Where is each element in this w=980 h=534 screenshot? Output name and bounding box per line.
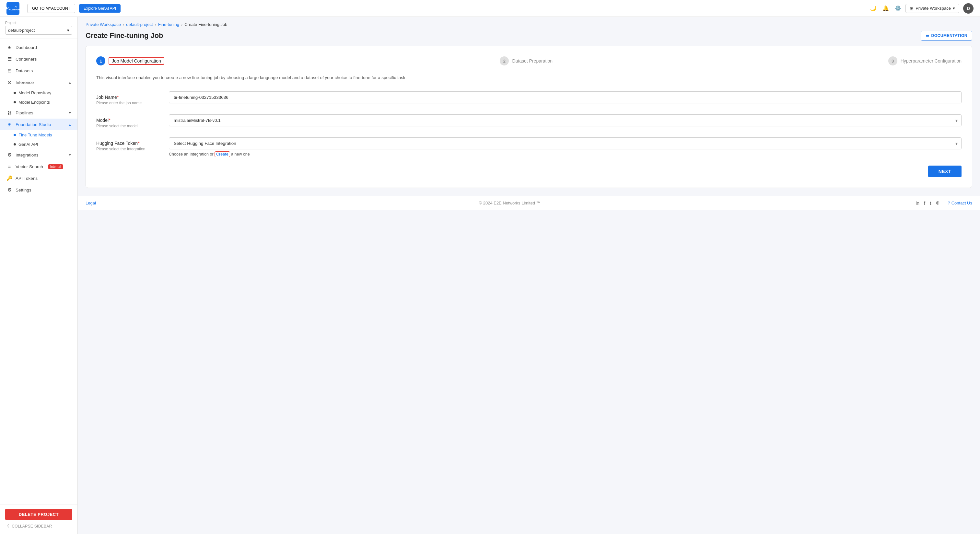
job-name-hint: Please enter the job name — [96, 101, 161, 105]
hf-token-select[interactable]: Select Hugging Face Integration — [169, 137, 961, 149]
next-button[interactable]: NEXT — [928, 165, 961, 177]
sidebar-item-containers[interactable]: ☰ Containers — [0, 53, 78, 65]
linkedin-icon[interactable]: in — [915, 200, 920, 206]
create-integration-link[interactable]: Create — [215, 151, 230, 157]
moon-icon[interactable]: 🌙 — [870, 5, 877, 12]
sidebar-item-vector-search[interactable]: ≡ Vector Search Internal — [0, 161, 78, 172]
dot-icon — [14, 92, 16, 94]
sidebar-item-model-repository[interactable]: Model Repository — [0, 88, 78, 97]
sidebar-item-inference[interactable]: ⊙ Inference ▴ — [0, 76, 78, 88]
header-icons: 🌙 🔔 ⚙️ — [870, 5, 902, 12]
step-line-2 — [558, 61, 883, 61]
go-to-myaccount-button[interactable]: GO TO MYACCOUNT — [27, 4, 75, 13]
api-tokens-icon: 🔑 — [6, 175, 12, 181]
model-select[interactable]: mistralai/Mistral-7B-v0.1 meta-llama/Lla… — [169, 114, 961, 126]
sidebar-item-label: Settings — [16, 188, 32, 192]
logo-icon: TIRAI PLATFORM — [6, 2, 19, 15]
sidebar-item-settings[interactable]: ⚙ Settings — [0, 184, 78, 196]
dot-icon — [14, 101, 16, 103]
project-name: default-project — [8, 28, 35, 33]
bell-icon[interactable]: 🔔 — [882, 5, 889, 12]
footer-contact-link[interactable]: ? Contact Us — [948, 200, 972, 205]
hf-token-row: Hugging Face Token* Please select the In… — [96, 137, 961, 156]
hf-token-select-wrapper: Select Hugging Face Integration — [169, 137, 961, 149]
integration-hint: Choose an Integration or Create a new on… — [169, 152, 961, 156]
sidebar-nav: ⊞ Dashboard ☰ Containers ⊟ Datasets ⊙ In… — [0, 39, 78, 504]
integrations-icon: ⚙ — [6, 152, 12, 158]
internal-badge: Internal — [48, 164, 63, 169]
job-name-row: Job Name* Please enter the job name — [96, 91, 961, 105]
gear-icon[interactable]: ⚙️ — [894, 5, 902, 12]
header: TIRAI PLATFORM GO TO MYACCOUNT Explore G… — [0, 0, 980, 17]
footer-copyright: © 2024 E2E Networks Limited ™ — [104, 200, 916, 205]
step-2-label: Dataset Preparation — [512, 58, 552, 64]
sidebar-item-label: Containers — [16, 57, 37, 62]
hf-token-hint: Please select the Integration — [96, 147, 161, 151]
footer-legal-link[interactable]: Legal — [86, 200, 96, 205]
step-1-circle: 1 — [96, 56, 105, 65]
job-name-label-col: Job Name* Please enter the job name — [96, 91, 161, 105]
vector-search-icon: ≡ — [6, 164, 12, 170]
delete-project-button[interactable]: DELETE PROJECT — [5, 509, 72, 520]
step-line-1 — [170, 61, 495, 61]
chevron-up-icon: ▴ — [69, 80, 71, 84]
sidebar-item-fine-tune-models[interactable]: Fine Tune Models — [0, 130, 78, 140]
sidebar-item-genai-api[interactable]: GenAI API — [0, 140, 78, 149]
breadcrumb-current: Create Fine-tuning Job — [185, 22, 227, 27]
footer: Legal © 2024 E2E Networks Limited ™ in f… — [78, 196, 980, 210]
workspace-label: Private Workspace — [915, 6, 951, 11]
sidebar-item-datasets[interactable]: ⊟ Datasets — [0, 65, 78, 76]
chevron-down-icon: ▾ — [953, 6, 955, 11]
sidebar-item-dashboard[interactable]: ⊞ Dashboard — [0, 41, 78, 53]
dot-icon — [14, 143, 16, 146]
sidebar-bottom: DELETE PROJECT 《 COLLAPSE SIDEBAR — [0, 504, 78, 534]
sidebar-item-api-tokens[interactable]: 🔑 API Tokens — [0, 172, 78, 184]
containers-icon: ☰ — [6, 56, 12, 62]
sidebar-item-pipelines[interactable]: ⛓ Pipelines ▾ — [0, 107, 78, 119]
form-card: 1 Job Model Configuration 2 Dataset Prep… — [86, 46, 972, 188]
model-input-col: mistralai/Mistral-7B-v0.1 meta-llama/Lla… — [169, 114, 961, 126]
documentation-button[interactable]: ☰ DOCUMENTATION — [921, 31, 972, 40]
avatar[interactable]: D — [963, 3, 974, 14]
breadcrumb: Private Workspace › default-project › Fi… — [78, 17, 980, 30]
collapse-sidebar-button[interactable]: 《 COLLAPSE SIDEBAR — [5, 520, 72, 530]
inference-icon: ⊙ — [6, 79, 12, 85]
breadcrumb-workspace[interactable]: Private Workspace — [86, 22, 121, 27]
explore-genai-api-button[interactable]: Explore GenAI API — [79, 4, 121, 13]
rss-icon[interactable]: ⊕ — [935, 200, 940, 206]
sidebar-item-model-endpoints[interactable]: Model Endpoints — [0, 97, 78, 107]
facebook-icon[interactable]: f — [924, 200, 925, 206]
job-name-label: Job Name* — [96, 95, 161, 100]
sidebar-item-label: Datasets — [16, 68, 33, 73]
sidebar-item-label: Foundation Studio — [16, 122, 51, 127]
chevron-up-icon: ▴ — [69, 122, 71, 127]
sidebar-item-foundation-studio[interactable]: ⊞ Foundation Studio ▴ — [0, 119, 78, 130]
hf-token-label: Hugging Face Token* — [96, 141, 161, 146]
workspace-selector[interactable]: ⊞ Private Workspace ▾ — [905, 4, 959, 13]
chevron-down-icon: ▾ — [69, 153, 71, 157]
model-hint: Please select the model — [96, 124, 161, 128]
model-select-wrapper: mistralai/Mistral-7B-v0.1 meta-llama/Lla… — [169, 114, 961, 126]
breadcrumb-finetuning[interactable]: Fine-tuning — [158, 22, 179, 27]
sidebar-item-label: Dashboard — [16, 45, 37, 50]
chevron-down-icon: ▾ — [67, 28, 69, 33]
sidebar-item-label: Vector Search — [16, 164, 43, 169]
sidebar-item-integrations[interactable]: ⚙ Integrations ▾ — [0, 149, 78, 161]
form-actions: NEXT — [96, 165, 961, 177]
breadcrumb-project[interactable]: default-project — [126, 22, 153, 27]
job-name-input[interactable] — [169, 91, 961, 103]
footer-social: in f t ⊕ — [915, 200, 940, 206]
model-row: Model* Please select the model mistralai… — [96, 114, 961, 128]
project-select[interactable]: default-project ▾ — [5, 26, 72, 35]
datasets-icon: ⊟ — [6, 68, 12, 73]
breadcrumb-sep: › — [123, 22, 124, 27]
logo: TIRAI PLATFORM — [6, 2, 19, 15]
twitter-icon[interactable]: t — [930, 200, 931, 206]
hf-token-input-col: Select Hugging Face Integration Choose a… — [169, 137, 961, 156]
sidebar-item-label: Integrations — [16, 153, 38, 157]
model-label: Model* — [96, 118, 161, 123]
foundation-studio-icon: ⊞ — [6, 121, 12, 127]
main-content: Private Workspace › default-project › Fi… — [78, 17, 980, 534]
step-1: 1 Job Model Configuration — [96, 56, 164, 65]
page-header: Create Fine-tuning Job ☰ DOCUMENTATION — [78, 30, 980, 46]
